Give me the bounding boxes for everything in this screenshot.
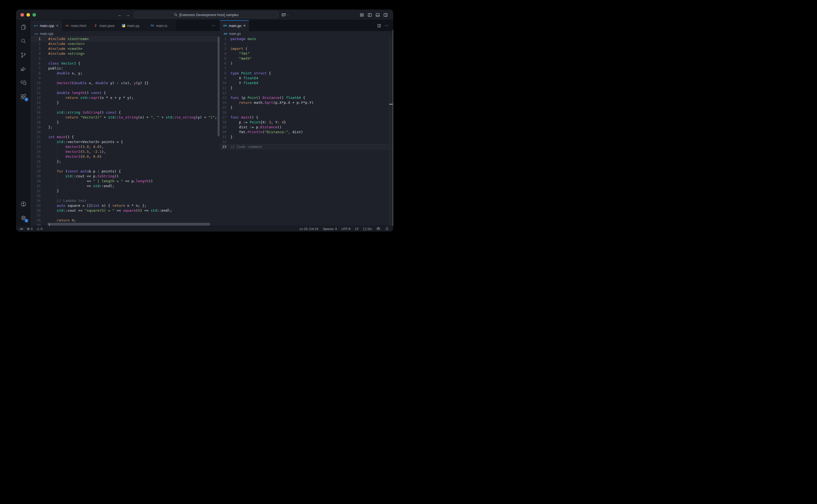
code-line-33[interactable]: 33 [31, 193, 220, 198]
code-line-19[interactable]: 19 dist := p.Distance() [220, 125, 393, 130]
layout-sparkle-icon[interactable] [282, 13, 286, 17]
zoom-window-button[interactable] [32, 13, 36, 17]
code-line-21[interactable]: 21} [220, 135, 393, 139]
code-line-8[interactable]: 8type Point struct { [220, 71, 393, 76]
close-tab-icon[interactable]: × [243, 23, 246, 28]
code-line-20[interactable]: 20 fmt.Println("Distance:", dist) [220, 130, 393, 135]
code-line-15[interactable]: 15 [31, 105, 220, 110]
code-line-16[interactable]: 16 std::string toString() const { [31, 110, 220, 115]
toggle-secondary-sidebar-icon[interactable] [383, 13, 388, 17]
toggle-panel-icon[interactable] [376, 13, 380, 17]
code-line-7[interactable]: 7 [220, 66, 393, 71]
code-line-6[interactable]: 6class Vector2 { [31, 61, 220, 66]
code-line-30[interactable]: 30 << " | length = " << p.length() [31, 179, 220, 184]
code-line-10[interactable]: 10 Y float64 [220, 81, 393, 86]
activity-source-control-icon[interactable] [16, 48, 31, 62]
activity-explorer-icon[interactable] [16, 20, 31, 34]
minimize-window-button[interactable] [26, 13, 30, 17]
code-line-23[interactable]: 23 Vector2(3.0, 4.0), [31, 144, 220, 149]
status-language-mode[interactable]: { }Go [363, 227, 372, 231]
code-line-2[interactable]: 2#include <vector> [31, 41, 220, 46]
code-line-35[interactable]: 35 auto square = [](int n) { return n * … [31, 203, 220, 208]
activity-chat-icon[interactable] [16, 76, 31, 90]
code-line-17[interactable]: 17 return "Vector2(" + std::to_string(x)… [31, 115, 220, 120]
close-tab-icon[interactable]: × [56, 23, 58, 28]
code-line-5[interactable]: 5 "math" [220, 56, 393, 61]
code-line-26[interactable]: 26 }; [31, 159, 220, 164]
code-line-13[interactable]: 13 return std::sqrt(x * x + y * y); [31, 95, 220, 100]
vertical-scrollbar[interactable] [218, 37, 220, 136]
editor-main-cpp[interactable]: 1#include <iostream>2#include <vector>3#… [31, 37, 220, 226]
tab-main.ts[interactable]: TSmain.ts [147, 20, 175, 31]
code-line-6[interactable]: 6) [220, 61, 393, 66]
code-line-1[interactable]: 1#include <iostream> [31, 37, 220, 41]
back-button[interactable]: ← [117, 13, 122, 17]
code-line-9[interactable]: 9 [31, 76, 220, 81]
activity-extensions-icon[interactable]: 1 [16, 90, 31, 104]
activity-settings-icon[interactable]: 1 [16, 211, 31, 225]
code-line-31[interactable]: 31 << std::endl; [31, 184, 220, 189]
code-line-12[interactable]: 12 double length() const { [31, 90, 220, 95]
chevron-down-icon[interactable]: ⌄ [287, 14, 289, 16]
activity-run-debug-icon[interactable] [16, 62, 31, 76]
code-line-4[interactable]: 4 "fmt" [220, 51, 393, 56]
code-line-9[interactable]: 9 X float64 [220, 76, 393, 81]
status-copilot[interactable] [376, 227, 380, 231]
code-line-2[interactable]: 2 [220, 41, 393, 46]
code-line-28[interactable]: 28 for (const auto& p : points) { [31, 169, 220, 174]
code-line-22[interactable]: 22 [220, 139, 393, 144]
status-cursor-position[interactable]: Ln 23, Col 16 [300, 227, 318, 230]
code-line-4[interactable]: 4#include <string> [31, 51, 220, 56]
code-line-17[interactable]: 17func main() { [220, 115, 393, 120]
status-remote-indicator[interactable]: >< [20, 227, 23, 230]
status-indentation[interactable]: Spaces: 4 [323, 227, 337, 230]
code-line-13[interactable]: 13func (p Point) Distance() float64 { [220, 95, 393, 100]
code-line-27[interactable]: 27 [31, 164, 220, 169]
tab-main.go[interactable]: GOmain.go× [220, 20, 249, 31]
code-line-18[interactable]: 18 p := Point{X: 3, Y: 4} [220, 120, 393, 125]
breadcrumb[interactable]: GO main.go [220, 31, 393, 37]
tab-main.cpp[interactable]: C++main.cpp× [31, 20, 62, 31]
toggle-primary-sidebar-icon[interactable] [368, 13, 372, 17]
code-line-32[interactable]: 32 } [31, 189, 220, 193]
code-line-16[interactable]: 16 [220, 110, 393, 115]
split-editor-icon[interactable] [377, 24, 381, 28]
status-encoding[interactable]: UTF-8 [341, 227, 350, 230]
tab-main.py[interactable]: main.py [119, 20, 147, 31]
code-line-19[interactable]: 19}; [31, 125, 220, 130]
code-line-3[interactable]: 3import ( [220, 46, 393, 51]
code-line-3[interactable]: 3#include <cmath> [31, 46, 220, 51]
tab-main.html[interactable]: <>main.html [62, 20, 90, 31]
code-line-7[interactable]: 7public: [31, 66, 220, 71]
editor-main-go[interactable]: 1package main23import (4 "fmt"5 "math"6)… [220, 37, 393, 149]
code-line-11[interactable]: 11 [31, 86, 220, 90]
status-warnings-count[interactable]: ⚠0 [37, 227, 42, 231]
code-line-10[interactable]: 10 Vector2(double x, double y) : x(x), y… [31, 81, 220, 86]
code-line-36[interactable]: 36 std::cout << "square(5) = " << square… [31, 208, 220, 213]
code-line-12[interactable]: 12 [220, 90, 393, 95]
code-line-37[interactable]: 37 [31, 213, 220, 218]
editor-more-actions-button[interactable]: ⋯ [385, 23, 389, 28]
status-end-of-line[interactable]: LF [355, 227, 359, 230]
code-line-24[interactable]: 24 Vector2(5.5, -2.1), [31, 149, 220, 154]
code-line-11[interactable]: 11} [220, 86, 393, 90]
code-line-38[interactable]: 38 return 0; [31, 218, 220, 223]
code-line-14[interactable]: 14 return math.Sqrt(p.X*p.X + p.Y*p.Y) [220, 100, 393, 105]
close-window-button[interactable] [20, 13, 24, 17]
code-line-18[interactable]: 18 } [31, 120, 220, 125]
status-errors-count[interactable]: ⊗0 [27, 227, 32, 231]
status-notifications[interactable] [385, 227, 389, 231]
command-center-search[interactable]: [Extension Development Host] samples [134, 12, 279, 18]
customize-layout-icon[interactable] [360, 13, 364, 17]
code-line-21[interactable]: 21int main() { [31, 135, 220, 139]
code-line-14[interactable]: 14 } [31, 100, 220, 105]
forward-button[interactable]: → [126, 13, 130, 17]
code-line-5[interactable]: 5 [31, 56, 220, 61]
code-line-15[interactable]: 15} [220, 105, 393, 110]
activity-search-icon[interactable] [16, 34, 31, 48]
more-tabs-button[interactable]: ⋯ [211, 20, 220, 31]
breadcrumb[interactable]: C++ main.cpp [31, 31, 220, 37]
code-line-34[interactable]: 34 // Lambda test [31, 198, 220, 203]
code-line-23[interactable]: 23// Code comment [220, 144, 393, 149]
code-line-25[interactable]: 25 Vector2(0.0, 0.0) [31, 154, 220, 159]
